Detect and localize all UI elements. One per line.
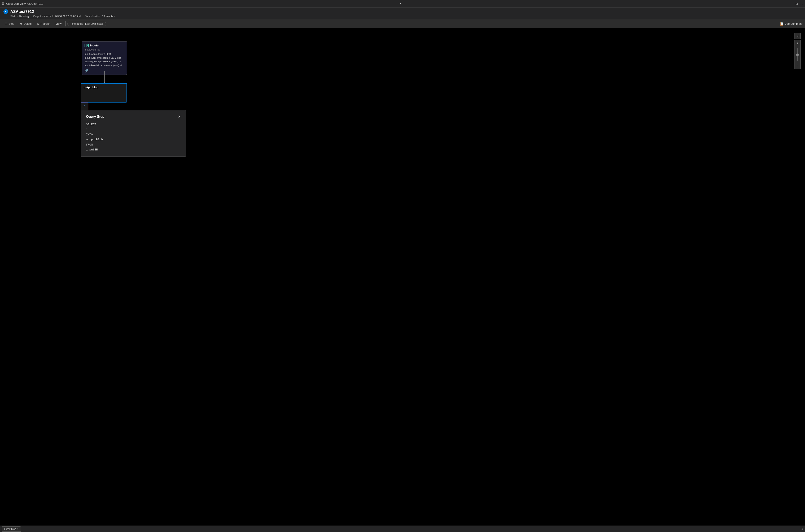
view-button[interactable]: View bbox=[53, 21, 64, 26]
delete-icon: 🗑 bbox=[20, 22, 23, 25]
zoom-slider-track bbox=[797, 48, 798, 61]
time-range-label: Time range : Last 30 minutes bbox=[70, 22, 104, 25]
svg-rect-2 bbox=[87, 44, 88, 46]
job-status-icon: ► bbox=[3, 9, 8, 14]
zoom-out-button[interactable]: − bbox=[794, 63, 801, 69]
title-bar-actions: ⊟ … bbox=[795, 2, 803, 5]
query-step-header: Query Step ✕ bbox=[86, 115, 181, 119]
refresh-button[interactable]: ↻ Refresh bbox=[35, 21, 53, 26]
bottom-tab-outputblob[interactable]: outputblob ∨ bbox=[2, 527, 21, 532]
zoom-slider-thumb[interactable] bbox=[796, 54, 799, 56]
job-meta: Status Running Output watermark 07/06/21… bbox=[10, 15, 802, 18]
duration-meta: Total duration 13 minutes bbox=[85, 15, 115, 18]
status-label: Status bbox=[10, 15, 18, 18]
zoom-in-icon: + bbox=[797, 41, 798, 45]
stat-backlogged: Backlogged input events (latest): 0 bbox=[85, 60, 124, 64]
stop-label: Stop bbox=[8, 22, 14, 25]
view-label: View bbox=[55, 22, 61, 25]
stop-icon: ☐ bbox=[5, 22, 7, 25]
tab-title: Cloud Job View: ASAtest7912 bbox=[6, 2, 397, 5]
query-line-outputblob: outputBlob bbox=[86, 137, 181, 142]
query-step-title: Query Step bbox=[86, 115, 104, 119]
delete-button[interactable]: 🗑 Delete bbox=[17, 21, 34, 26]
output-node[interactable]: outputblob bbox=[81, 83, 127, 102]
menu-icon[interactable]: ☰ bbox=[2, 2, 4, 5]
output-node-title: outputblob bbox=[84, 86, 124, 89]
time-range-selector[interactable]: Time range : Last 30 minutes bbox=[67, 22, 106, 26]
query-line-into: INTO bbox=[86, 132, 181, 137]
duration-label: Total duration bbox=[85, 15, 100, 18]
job-summary-label: Job Summary bbox=[785, 22, 802, 25]
svg-rect-0 bbox=[85, 44, 86, 46]
zoom-slider[interactable] bbox=[794, 46, 801, 63]
bottom-chevron-up-icon[interactable]: ∧ bbox=[801, 527, 803, 531]
zoom-fit-button[interactable]: ⊡ bbox=[794, 33, 801, 39]
status-value: Running bbox=[19, 15, 29, 18]
bottom-tab-bar: outputblob ∨ ∧ bbox=[0, 526, 805, 532]
zoom-out-icon: − bbox=[797, 64, 798, 68]
input-node-title-row: inputeh bbox=[85, 44, 124, 47]
zoom-controls: ⊡ + − bbox=[794, 33, 801, 69]
status-meta: Status Running bbox=[10, 15, 29, 18]
toolbar: ☐ Stop 🗑 Delete ↻ Refresh View Time rang… bbox=[0, 19, 805, 28]
split-editor-icon[interactable]: ⊟ bbox=[795, 2, 798, 5]
node-connector-arrow bbox=[104, 71, 105, 82]
close-tab-button[interactable]: ✕ bbox=[400, 2, 402, 5]
query-step-code: SELECT * INTO outputBlob FROM inputEH bbox=[86, 122, 181, 152]
input-node[interactable]: inputeh InputEventHub Input events (sum)… bbox=[82, 41, 127, 75]
duration-value: 13 minutes bbox=[102, 15, 115, 18]
job-summary-icon: 📋 bbox=[780, 22, 784, 26]
event-hub-icon bbox=[85, 44, 89, 47]
svg-rect-1 bbox=[86, 44, 87, 47]
bottom-right: ∧ bbox=[801, 527, 803, 531]
input-node-title: inputeh bbox=[90, 44, 100, 47]
watermark-label: Output watermark bbox=[33, 15, 54, 18]
stat-deser-errors: Input deserialization errors (sum): 0 bbox=[85, 64, 124, 68]
stop-button[interactable]: ☐ Stop bbox=[3, 21, 17, 26]
query-line-inputeh: inputEH bbox=[86, 147, 181, 152]
refresh-label: Refresh bbox=[40, 22, 50, 25]
zoom-in-button[interactable]: + bbox=[794, 40, 801, 46]
watermark-meta: Output watermark 07/06/21 02:58:08 PM bbox=[33, 15, 81, 18]
input-node-stats: Input events (sum): 1149 Input event byt… bbox=[85, 52, 124, 67]
bottom-tab-label: outputblob bbox=[4, 528, 16, 531]
more-actions-icon[interactable]: … bbox=[801, 2, 803, 5]
stat-input-bytes: Input event bytes (sum): 511.2 kBs bbox=[85, 56, 124, 60]
job-summary-button[interactable]: 📋 Job Summary bbox=[780, 22, 802, 26]
input-node-subtitle: InputEventHub bbox=[85, 49, 124, 51]
query-line-select: SELECT bbox=[86, 122, 181, 127]
diagram-canvas-area: inputeh InputEventHub Input events (sum)… bbox=[0, 28, 805, 526]
query-step-panel: Query Step ✕ SELECT * INTO outputBlob FR… bbox=[81, 110, 186, 157]
svg-rect-3 bbox=[88, 44, 89, 46]
zoom-fit-icon: ⊡ bbox=[797, 34, 799, 37]
job-title-row: ► ASAtest7912 bbox=[3, 9, 802, 14]
query-step-icon-label: () bbox=[84, 105, 86, 108]
delete-label: Delete bbox=[24, 22, 32, 25]
job-header: ► ASAtest7912 Status Running Output wate… bbox=[0, 7, 805, 19]
bottom-tab-chevron-icon: ∨ bbox=[17, 528, 18, 530]
query-line-star: * bbox=[86, 127, 181, 132]
job-title: ASAtest7912 bbox=[10, 10, 34, 14]
title-bar: ☰ Cloud Job View: ASAtest7912 ✕ ⊟ … bbox=[0, 0, 805, 7]
refresh-icon: ↻ bbox=[37, 22, 39, 25]
query-line-from: FROM bbox=[86, 142, 181, 147]
query-step-icon-button[interactable]: () bbox=[81, 102, 88, 110]
watermark-value: 07/06/21 02:58:08 PM bbox=[55, 15, 81, 18]
query-step-close-button[interactable]: ✕ bbox=[178, 115, 181, 119]
stat-input-events: Input events (sum): 1149 bbox=[85, 52, 124, 56]
